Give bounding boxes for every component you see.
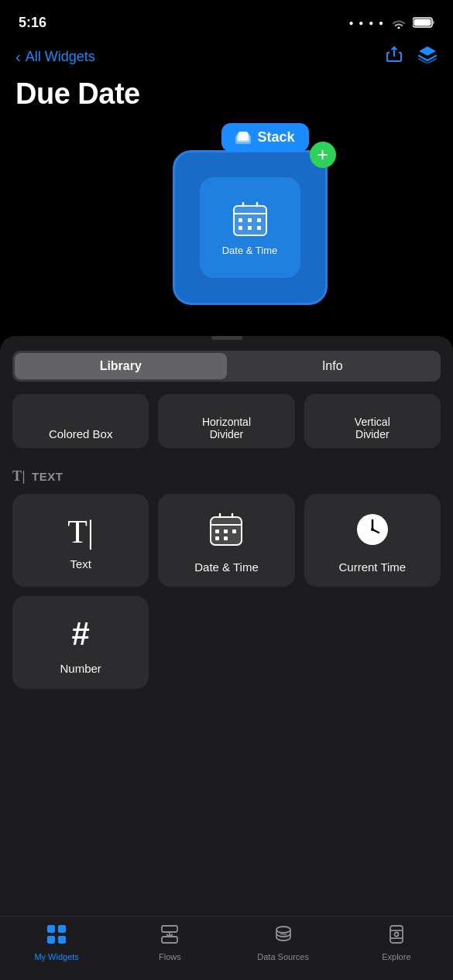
current-time-card-label: Current Time	[338, 560, 406, 574]
text-card-icon: T|	[67, 516, 94, 548]
svg-rect-13	[257, 218, 261, 222]
svg-rect-11	[239, 218, 242, 222]
wifi-icon	[391, 17, 407, 29]
svg-rect-2	[433, 21, 434, 25]
widget-card-number[interactable]: # Number	[12, 596, 149, 689]
bottom-sheet: Library Info Colored Box HorizontalDivid…	[0, 336, 453, 924]
partial-item-horizontal-divider[interactable]: HorizontalDivider	[158, 394, 294, 448]
nav-item-flows[interactable]: Flows	[142, 924, 197, 961]
widget-add-button[interactable]: +	[310, 142, 336, 168]
share-icon[interactable]	[385, 45, 403, 68]
widget-cards-grid: T| Text Date & Time	[0, 494, 453, 587]
nav-label-explore: Explore	[382, 952, 410, 961]
date-time-card-label: Date & Time	[194, 560, 259, 574]
explore-icon	[386, 924, 407, 949]
number-card-label: Number	[60, 662, 101, 675]
nav-item-explore[interactable]: Explore	[369, 924, 424, 961]
nav-label-flows: Flows	[159, 952, 181, 961]
header: ‹ All Widgets	[0, 39, 453, 71]
number-row: # Number	[0, 596, 453, 689]
stack-label: Stack	[221, 123, 308, 152]
svg-rect-31	[58, 925, 66, 933]
widget-calendar-icon	[231, 200, 269, 238]
svg-rect-23	[232, 529, 236, 533]
svg-rect-34	[162, 926, 177, 932]
svg-point-37	[276, 927, 290, 933]
svg-rect-32	[47, 936, 55, 944]
widget-card-current-time[interactable]: Current Time	[304, 494, 441, 587]
nav-label-my-widgets: My Widgets	[34, 952, 78, 961]
tab-info[interactable]: Info	[227, 353, 439, 379]
sheet-handle	[211, 336, 242, 340]
back-button[interactable]: ‹ All Widgets	[15, 48, 95, 66]
partial-item-vertical-divider[interactable]: VerticalDivider	[304, 394, 441, 448]
section-header-label: TEXT	[32, 470, 63, 483]
widget-card-date-time[interactable]: Date & Time	[158, 494, 294, 587]
my-widgets-icon	[46, 924, 67, 949]
layers-icon[interactable]	[417, 45, 438, 68]
number-card-icon: #	[71, 615, 89, 653]
page-title: Due Date	[0, 71, 453, 123]
svg-rect-22	[224, 529, 228, 533]
svg-rect-16	[257, 226, 261, 230]
header-actions	[385, 45, 438, 68]
current-time-card-icon	[355, 512, 390, 551]
svg-rect-6	[239, 132, 248, 140]
widget-inner: Date & Time	[200, 177, 300, 278]
svg-point-29	[371, 528, 374, 531]
tab-segment: Library Info	[12, 351, 441, 382]
svg-rect-12	[248, 218, 252, 222]
battery-icon	[413, 17, 434, 28]
svg-rect-21	[215, 529, 219, 533]
text-card-label: Text	[70, 557, 91, 571]
stack-label-text: Stack	[257, 129, 294, 146]
widget-preview-area: Stack +	[0, 123, 453, 328]
partial-items-row: Colored Box HorizontalDivider VerticalDi…	[0, 394, 453, 448]
svg-rect-15	[248, 226, 252, 230]
status-time: 5:16	[19, 15, 46, 31]
back-label: All Widgets	[26, 49, 95, 65]
text-section-icon: T|	[12, 468, 26, 485]
svg-rect-1	[414, 19, 431, 26]
signal-dots-icon: ● ● ● ●	[349, 19, 386, 27]
partial-item-colored-box[interactable]: Colored Box	[12, 394, 149, 448]
status-bar: 5:16 ● ● ● ●	[0, 0, 453, 39]
nav-item-data-sources[interactable]: Data Sources	[256, 924, 311, 961]
flows-icon	[160, 924, 180, 949]
nav-item-my-widgets[interactable]: My Widgets	[29, 924, 84, 961]
section-header-text: T| TEXT	[0, 464, 453, 494]
nav-label-data-sources: Data Sources	[257, 952, 309, 961]
svg-rect-38	[390, 926, 403, 943]
widget-inner-label: Date & Time	[222, 245, 278, 256]
bottom-nav: My Widgets Flows Data Sources	[0, 916, 453, 980]
svg-rect-35	[162, 937, 177, 943]
data-sources-icon	[273, 924, 293, 949]
tab-library[interactable]: Library	[15, 353, 227, 379]
widget-card-text[interactable]: T| Text	[12, 494, 149, 587]
widget-frame[interactable]: + Date & Time	[173, 150, 328, 305]
date-time-card-icon	[209, 512, 243, 551]
svg-point-41	[394, 933, 398, 937]
chevron-left-icon: ‹	[15, 48, 21, 66]
svg-rect-25	[224, 536, 228, 540]
svg-rect-33	[58, 936, 66, 944]
svg-rect-30	[47, 925, 55, 933]
svg-rect-24	[215, 536, 219, 540]
svg-rect-14	[239, 226, 242, 230]
status-icons: ● ● ● ●	[349, 17, 435, 29]
